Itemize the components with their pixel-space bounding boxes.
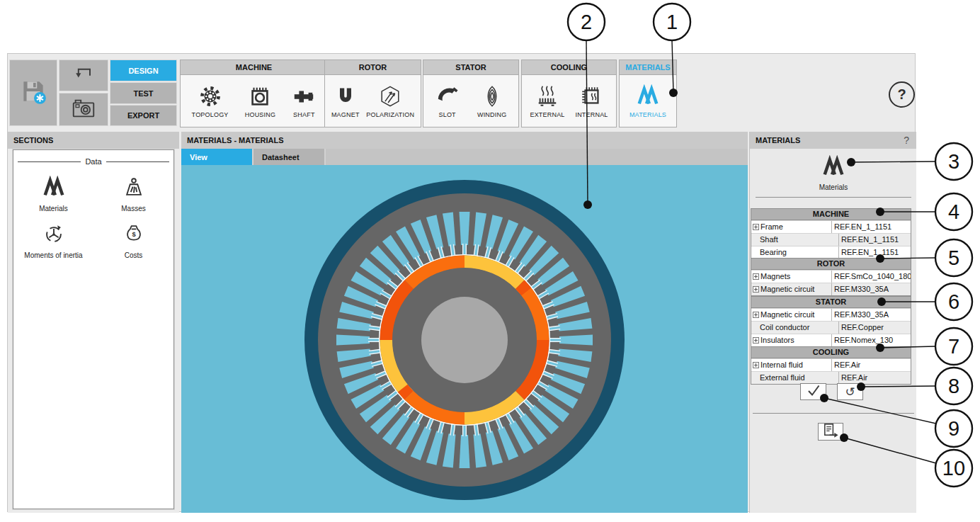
ribbon-item-label: TOPOLOGY xyxy=(192,111,229,118)
validate-button[interactable] xyxy=(800,383,826,400)
materials-summary: Materials xyxy=(750,149,917,197)
svg-text:7: 7 xyxy=(948,335,959,358)
callout-1: 1 xyxy=(654,4,690,40)
expand-icon[interactable] xyxy=(753,224,759,230)
row-value[interactable]: REF.Copper xyxy=(838,322,911,334)
ribbon-item-label: INTERNAL xyxy=(575,111,608,118)
divider xyxy=(753,413,914,414)
row-value[interactable]: REF.Air xyxy=(838,372,911,384)
callout-5: 5 xyxy=(935,239,972,276)
expand-icon[interactable] xyxy=(753,337,759,344)
row-label: Magnets xyxy=(760,271,790,283)
ribbon-item-label: MATERIALS xyxy=(629,111,666,118)
ribbon-item-magnet[interactable]: MAGNET xyxy=(329,83,362,118)
svg-text:4: 4 xyxy=(948,200,959,223)
tab-test[interactable]: TEST xyxy=(110,82,177,104)
ribbon-group-machine: MACHINETOPOLOGYHOUSINGSHAFT xyxy=(180,59,328,127)
expand-icon[interactable] xyxy=(753,362,759,368)
table-row[interactable]: MagnetsREF.SmCo_1040_1800 xyxy=(751,270,911,283)
undo-button[interactable] xyxy=(59,59,108,91)
svg-text:1: 1 xyxy=(666,11,678,33)
ribbon-item-materials[interactable]: MATERIALS xyxy=(627,83,668,118)
section-item-label: Materials xyxy=(39,205,68,212)
ribbon-group-title: MACHINE xyxy=(181,60,327,75)
tab-datasheet[interactable]: Datasheet xyxy=(253,149,326,165)
ribbon-item-housing[interactable]: HOUSING xyxy=(243,83,278,118)
row-value[interactable]: REF.EN_1_1151 xyxy=(838,246,911,259)
export-report-button[interactable] xyxy=(818,423,843,441)
ribbon-item-label: WINDING xyxy=(477,111,506,118)
ribbon-item-label: MAGNET xyxy=(331,111,360,118)
slot-icon xyxy=(435,83,460,110)
expand-icon[interactable] xyxy=(753,273,759,280)
expand-icon[interactable] xyxy=(753,312,759,318)
row-value[interactable]: REF.M330_35A xyxy=(831,283,911,295)
row-value[interactable]: REF.EN_1_1151 xyxy=(831,221,911,233)
callout-6: 6 xyxy=(935,283,972,320)
costs-icon: $ xyxy=(122,222,146,249)
masses-icon xyxy=(122,176,146,203)
data-fieldset-label: Data xyxy=(85,157,101,166)
section-item-moments-of-inertia[interactable]: Moments of inertia xyxy=(13,222,93,259)
row-value[interactable]: REF.M330_35A xyxy=(831,309,911,321)
panel-help-icon[interactable]: ? xyxy=(904,132,909,149)
table-row[interactable]: Magnetic circuitREF.M330_35A xyxy=(751,283,911,295)
table-row[interactable]: Coil conductorREF.Copper xyxy=(751,321,911,334)
table-row[interactable]: External fluidREF.Air xyxy=(751,371,911,384)
ribbon-item-external[interactable]: EXTERNAL xyxy=(528,83,566,118)
cooling-external-icon xyxy=(535,83,559,110)
restore-button[interactable]: ↺ xyxy=(837,383,863,400)
main-view-title: MATERIALS - MATERIALS xyxy=(181,132,748,149)
svg-text:2: 2 xyxy=(581,11,592,33)
materials-table-machine: MACHINEFrameREF.EN_1_1151ShaftREF.EN_1_1… xyxy=(751,208,911,259)
magnet-icon xyxy=(334,83,357,110)
section-item-costs[interactable]: $Costs xyxy=(93,222,173,259)
row-value[interactable]: REF.SmCo_1040_1800 xyxy=(831,271,911,283)
materials-table-cooling: COOLINGInternal fluidREF.AirExternal flu… xyxy=(751,346,911,385)
save-button[interactable] xyxy=(9,59,57,126)
ribbon-item-slot[interactable]: SLOT xyxy=(433,83,462,118)
materials-table-rotor: ROTORMagnetsREF.SmCo_1040_1800Magnetic c… xyxy=(751,258,911,296)
materials-table-stator: STATORMagnetic circuitREF.M330_35ACoil c… xyxy=(751,296,911,347)
section-item-label: Masses xyxy=(121,205,145,212)
svg-text:5: 5 xyxy=(948,246,959,269)
row-value[interactable]: REF.Air xyxy=(831,359,911,371)
ribbon-item-internal[interactable]: INTERNAL xyxy=(573,83,610,118)
ribbon-group-stator: STATORSLOTWINDING xyxy=(423,59,519,127)
view-tab-strip: View Datasheet xyxy=(181,149,748,165)
ribbon-group-materials: MATERIALSMATERIALS xyxy=(619,59,677,127)
table-header: COOLING xyxy=(751,347,911,358)
table-row[interactable]: BearingREF.EN_1_1151 xyxy=(751,246,911,259)
tab-export[interactable]: EXPORT xyxy=(110,105,177,126)
materials-icon xyxy=(42,176,66,203)
screenshot-button[interactable] xyxy=(59,93,108,126)
table-row[interactable]: Magnetic circuitREF.M330_35A xyxy=(751,308,911,321)
cooling-internal-icon xyxy=(579,83,603,110)
table-row[interactable]: InsulatorsREF.Nomex_130 xyxy=(751,334,911,346)
ribbon-item-shaft[interactable]: SHAFT xyxy=(290,83,318,118)
ribbon-item-winding[interactable]: WINDING xyxy=(475,83,508,118)
ribbon-item-topology[interactable]: TOPOLOGY xyxy=(190,83,231,118)
table-row[interactable]: Internal fluidREF.Air xyxy=(751,358,911,371)
machine-cross-section-view[interactable] xyxy=(181,165,748,513)
row-value[interactable]: REF.Nomex_130 xyxy=(831,334,911,346)
tab-design[interactable]: DESIGN xyxy=(110,59,177,81)
expand-icon[interactable] xyxy=(753,286,759,293)
sections-box: Data MaterialsMassesMoments of inertia$C… xyxy=(13,149,174,509)
table-row[interactable]: ShaftREF.EN_1_1151 xyxy=(751,233,911,246)
tab-view[interactable]: View xyxy=(181,149,253,165)
divider xyxy=(756,197,911,198)
section-item-materials[interactable]: Materials xyxy=(13,176,93,212)
row-label: Bearing xyxy=(760,246,787,259)
row-value[interactable]: REF.EN_1_1151 xyxy=(838,234,911,246)
help-button[interactable]: ? xyxy=(889,81,915,108)
topology-icon xyxy=(198,83,222,110)
row-label: Magnetic circuit xyxy=(760,283,814,295)
table-row[interactable]: FrameREF.EN_1_1151 xyxy=(751,220,911,233)
materials-panel-header: MATERIALS ? xyxy=(750,132,916,149)
ribbon-item-polarization[interactable]: POLARIZATION xyxy=(364,83,416,118)
inertia-icon xyxy=(42,222,66,249)
ribbon-group-title: MATERIALS xyxy=(620,60,676,75)
callout-2: 2 xyxy=(568,4,605,40)
section-item-masses[interactable]: Masses xyxy=(93,176,173,212)
